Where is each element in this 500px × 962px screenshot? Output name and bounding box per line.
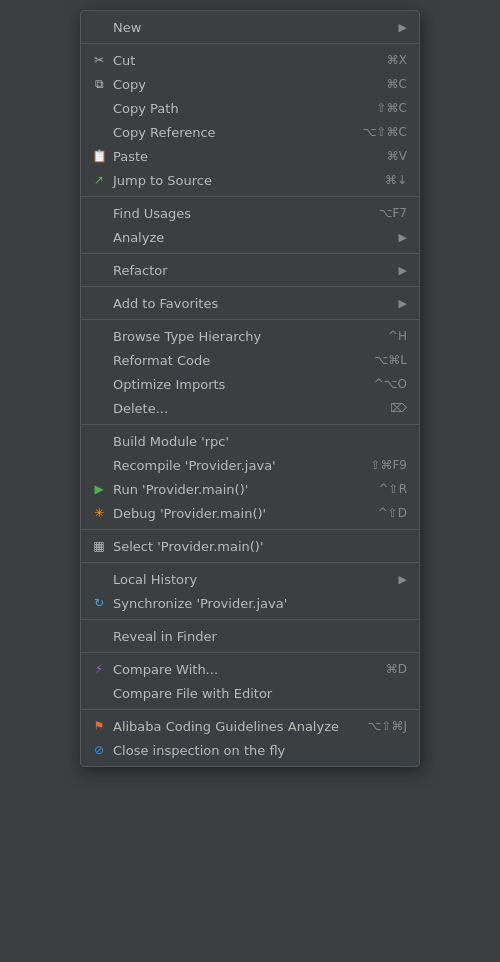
separator-separator-2 [81,196,419,197]
menu-item-build-module[interactable]: Build Module 'rpc' [81,429,419,453]
browse-type-hierarchy-icon-empty [91,328,107,344]
optimize-imports-icon-empty [91,376,107,392]
menu-item-reveal-in-finder[interactable]: Reveal in Finder [81,624,419,648]
separator-separator-1 [81,43,419,44]
compare-file-with-editor-label: Compare File with Editor [113,686,272,701]
run-label: Run 'Provider.main()' [113,482,248,497]
copy-path-label: Copy Path [113,101,179,116]
separator-separator-10 [81,652,419,653]
jump-to-source-label: Jump to Source [113,173,212,188]
menu-item-select[interactable]: ▦Select 'Provider.main()' [81,534,419,558]
delete-icon-empty [91,400,107,416]
menu-item-new[interactable]: New▶ [81,15,419,39]
delete-label: Delete... [113,401,168,416]
menu-item-jump-to-source[interactable]: ↗Jump to Source⌘↓ [81,168,419,192]
copy-reference-shortcut: ⌥⇧⌘C [363,125,407,139]
analyze-arrow: ▶ [399,231,407,244]
menu-item-optimize-imports[interactable]: Optimize Imports^⌥O [81,372,419,396]
cut-label: Cut [113,53,135,68]
alibaba-label: Alibaba Coding Guidelines Analyze [113,719,339,734]
compare-with-shortcut: ⌘D [386,662,407,676]
reformat-code-shortcut: ⌥⌘L [374,353,407,367]
copy-icon: ⧉ [91,76,107,92]
separator-separator-7 [81,529,419,530]
menu-item-alibaba[interactable]: ⚑Alibaba Coding Guidelines Analyze⌥⇧⌘J [81,714,419,738]
copy-reference-icon-empty [91,124,107,140]
new-arrow: ▶ [399,21,407,34]
find-usages-label: Find Usages [113,206,191,221]
copy-label: Copy [113,77,146,92]
add-to-favorites-icon-empty [91,295,107,311]
recompile-label: Recompile 'Provider.java' [113,458,276,473]
menu-item-add-to-favorites[interactable]: Add to Favorites▶ [81,291,419,315]
local-history-icon-empty [91,571,107,587]
menu-item-copy-path[interactable]: Copy Path⇧⌘C [81,96,419,120]
find-usages-shortcut: ⌥F7 [379,206,407,220]
close-inspection-label: Close inspection on the fly [113,743,285,758]
new-label: New [113,20,141,35]
separator-separator-11 [81,709,419,710]
menu-item-compare-with[interactable]: ⚡Compare With...⌘D [81,657,419,681]
reveal-in-finder-label: Reveal in Finder [113,629,217,644]
compare-file-with-editor-icon-empty [91,685,107,701]
menu-item-copy-reference[interactable]: Copy Reference⌥⇧⌘C [81,120,419,144]
refactor-arrow: ▶ [399,264,407,277]
menu-item-paste[interactable]: 📋Paste⌘V [81,144,419,168]
alibaba-icon: ⚑ [91,718,107,734]
menu-item-debug[interactable]: ✳Debug 'Provider.main()'^⇧D [81,501,419,525]
menu-item-cut[interactable]: ✂Cut⌘X [81,48,419,72]
paste-shortcut: ⌘V [387,149,407,163]
recompile-icon-empty [91,457,107,473]
menu-item-recompile[interactable]: Recompile 'Provider.java'⇧⌘F9 [81,453,419,477]
menu-item-local-history[interactable]: Local History▶ [81,567,419,591]
build-module-label: Build Module 'rpc' [113,434,229,449]
separator-separator-9 [81,619,419,620]
cut-shortcut: ⌘X [387,53,407,67]
copy-path-shortcut: ⇧⌘C [377,101,407,115]
build-module-icon-empty [91,433,107,449]
jump-to-source-icon: ↗ [91,172,107,188]
context-menu: New▶✂Cut⌘X⧉Copy⌘CCopy Path⇧⌘CCopy Refere… [80,10,420,767]
menu-item-close-inspection[interactable]: ⊘Close inspection on the fly [81,738,419,762]
recompile-shortcut: ⇧⌘F9 [370,458,407,472]
run-icon: ▶ [91,481,107,497]
menu-item-browse-type-hierarchy[interactable]: Browse Type Hierarchy^H [81,324,419,348]
delete-shortcut: ⌦ [390,401,407,415]
add-to-favorites-label: Add to Favorites [113,296,218,311]
new-icon-empty [91,19,107,35]
paste-label: Paste [113,149,148,164]
copy-reference-label: Copy Reference [113,125,216,140]
cut-icon: ✂ [91,52,107,68]
analyze-icon-empty [91,229,107,245]
menu-item-analyze[interactable]: Analyze▶ [81,225,419,249]
alibaba-shortcut: ⌥⇧⌘J [368,719,407,733]
menu-item-refactor[interactable]: Refactor▶ [81,258,419,282]
menu-item-delete[interactable]: Delete...⌦ [81,396,419,420]
debug-icon: ✳ [91,505,107,521]
debug-label: Debug 'Provider.main()' [113,506,266,521]
analyze-label: Analyze [113,230,164,245]
local-history-label: Local History [113,572,197,587]
refactor-label: Refactor [113,263,168,278]
find-usages-icon-empty [91,205,107,221]
compare-with-icon: ⚡ [91,661,107,677]
browse-type-hierarchy-shortcut: ^H [388,329,407,343]
reveal-in-finder-icon-empty [91,628,107,644]
separator-separator-6 [81,424,419,425]
copy-shortcut: ⌘C [387,77,407,91]
select-label: Select 'Provider.main()' [113,539,263,554]
separator-separator-8 [81,562,419,563]
menu-item-copy[interactable]: ⧉Copy⌘C [81,72,419,96]
synchronize-icon: ↻ [91,595,107,611]
browse-type-hierarchy-label: Browse Type Hierarchy [113,329,261,344]
menu-item-find-usages[interactable]: Find Usages⌥F7 [81,201,419,225]
local-history-arrow: ▶ [399,573,407,586]
menu-item-run[interactable]: ▶Run 'Provider.main()'^⇧R [81,477,419,501]
paste-icon: 📋 [91,148,107,164]
compare-with-label: Compare With... [113,662,218,677]
menu-item-reformat-code[interactable]: Reformat Code⌥⌘L [81,348,419,372]
menu-item-compare-file-with-editor[interactable]: Compare File with Editor [81,681,419,705]
separator-separator-3 [81,253,419,254]
menu-item-synchronize[interactable]: ↻Synchronize 'Provider.java' [81,591,419,615]
optimize-imports-label: Optimize Imports [113,377,225,392]
